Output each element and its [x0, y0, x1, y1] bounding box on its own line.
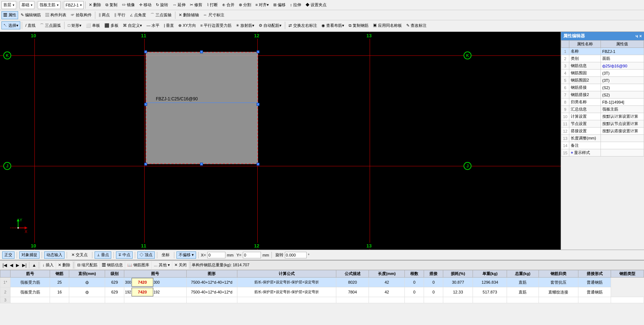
- vertical-btn[interactable]: | 垂直: [162, 21, 176, 29]
- rotate-btn[interactable]: ↻ 旋转: [154, 1, 170, 9]
- property-row[interactable]: 14备注: [561, 142, 644, 149]
- rebar-class-cell[interactable]: 直筋: [507, 287, 539, 297]
- delete-btn[interactable]: ✕ 删除: [87, 1, 103, 9]
- extend-btn[interactable]: ↔ 延伸: [171, 1, 187, 9]
- rot-input[interactable]: [285, 252, 307, 258]
- property-row[interactable]: 13长度调整(mm): [561, 135, 644, 142]
- nav-first[interactable]: |◀: [1, 263, 8, 268]
- lap-type-cell[interactable]: 套管抗压: [539, 278, 578, 287]
- align-btn[interactable]: ≡ 对齐▾: [254, 1, 271, 9]
- prop-row-value[interactable]: 按默认搭接设置计算: [601, 128, 644, 135]
- custom-btn[interactable]: ⌘ 自定义▾: [121, 21, 144, 29]
- object-snap-btn[interactable]: 对象捕捉: [19, 251, 40, 259]
- pick-component-btn[interactable]: ☞ 拾取构件: [69, 11, 94, 19]
- edit-rebar-btn[interactable]: ✎ 编辑钢筋: [19, 11, 43, 19]
- prop-row-value[interactable]: [601, 149, 644, 157]
- grade-cell[interactable]: ф: [69, 287, 105, 297]
- radial-btn[interactable]: ✳ 放射筋▾: [234, 21, 256, 29]
- table-row[interactable]: 1*筏板受力筋25ф62930074203007500-40+12*d-40+1…: [0, 278, 644, 287]
- table-row[interactable]: 3: [0, 297, 644, 303]
- apply-same-btn[interactable]: ▣ 应用同名称板: [371, 21, 404, 29]
- parallel-btn[interactable]: ∥ 平行: [112, 11, 127, 19]
- length-cell[interactable]: 8020: [336, 278, 369, 287]
- prop-row-value[interactable]: (S2): [601, 84, 644, 91]
- fig-num-cell[interactable]: 629: [105, 278, 124, 287]
- select-btn[interactable]: ↖ 选择▾: [1, 21, 20, 29]
- handle-mr[interactable]: [257, 103, 259, 106]
- nav-next[interactable]: ▶: [15, 263, 20, 268]
- intersection-btn[interactable]: ✕ 交叉点: [69, 251, 90, 259]
- unit-weight-cell[interactable]: 12.33: [443, 287, 473, 297]
- trim-btn[interactable]: ✂ 修剪: [188, 1, 204, 9]
- property-row[interactable]: 3钢筋信息ф25/ф16@90: [561, 62, 644, 70]
- rebar-type-cell[interactable]: 筏板受力筋: [11, 287, 50, 297]
- move-btn[interactable]: ✛ 移动: [137, 1, 153, 9]
- setgrip-btn[interactable]: ◆ 设置夹点: [304, 1, 328, 9]
- vertex-btn[interactable]: ◇ 顶点: [137, 251, 155, 259]
- diameter-cell[interactable]: 25: [50, 278, 69, 287]
- dynamic-input-btn[interactable]: 动态输入: [44, 251, 65, 259]
- prop-row-value[interactable]: 面筋: [601, 55, 644, 62]
- property-row[interactable]: 11节点设置按默认节点设置计算: [561, 120, 644, 128]
- loss-cell[interactable]: 0: [424, 287, 443, 297]
- swap-annotation-btn[interactable]: ⇄ 交换左右标注: [287, 21, 319, 29]
- multiboard-btn[interactable]: ⬛ 多板: [103, 21, 120, 29]
- rebar-type-dropdown[interactable]: 筏板主筋: [38, 1, 61, 9]
- panel-dock-controls[interactable]: ч ×: [636, 34, 642, 39]
- x-input[interactable]: [207, 252, 225, 258]
- property-btn[interactable]: ☰ 属性: [1, 11, 18, 19]
- count-cell[interactable]: 42: [369, 278, 405, 287]
- floor-dropdown[interactable]: 基础: [20, 1, 34, 9]
- formula-cell[interactable]: 7500-40+12*d-40+12*d: [186, 278, 237, 287]
- rebar-type-name-cell[interactable]: 普通钢筋: [578, 278, 611, 287]
- other-btn[interactable]: … 其他 ▾: [152, 261, 172, 269]
- parallel-edge-btn[interactable]: ≡ 平行边置受力筋: [199, 21, 233, 29]
- handle-bl[interactable]: [144, 163, 147, 166]
- fig-shape-cell[interactable]: 3007420300: [124, 278, 186, 287]
- orthogonal-btn[interactable]: 正交: [2, 251, 14, 259]
- midpoint-btn[interactable]: ∓ 中点: [116, 251, 133, 259]
- xy-btn[interactable]: ⊕ XY方向: [176, 21, 198, 29]
- close-panel-btn[interactable]: ✕ 关闭: [173, 261, 188, 269]
- bottom-table-wrap[interactable]: 筋号 钢筋 直径(mm) 级别 图号 图形 计算公式 公式描述 长度(mm) 根…: [0, 270, 644, 325]
- rebar-type-name-cell[interactable]: 普通钢筋: [578, 287, 611, 297]
- unit-weight-cell[interactable]: 30.877: [443, 278, 473, 287]
- view-rebar-btn[interactable]: ◉ 查看布筋▾: [320, 21, 346, 29]
- lap-type-cell[interactable]: 直螺纹连接: [539, 287, 578, 297]
- coord-btn[interactable]: 坐标: [159, 251, 172, 259]
- count-cell[interactable]: 42: [369, 287, 405, 297]
- rebar-type-cell[interactable]: 筏板受力筋: [11, 278, 50, 287]
- property-row[interactable]: 6钢筋搭接(S2): [561, 84, 644, 91]
- formula-desc-cell[interactable]: 筋长-保护层+设定弯折-保护层+设定弯折: [237, 278, 336, 287]
- property-row[interactable]: 5钢筋围固2(3T): [561, 77, 644, 84]
- canvas-area[interactable]: 10 11 12 13 10 11 12 13 K K J J FBZJ-1:C…: [0, 32, 561, 250]
- point-angle-btn[interactable]: ∠ 点角度: [128, 11, 148, 19]
- lap-cell[interactable]: 0: [405, 287, 424, 297]
- nav-up[interactable]: ▲: [31, 263, 37, 268]
- handle-tm[interactable]: [200, 50, 203, 53]
- property-row[interactable]: 7钢筋搭接2(S2): [561, 91, 644, 99]
- dim-annotation-btn[interactable]: ↔ 尺寸标注: [201, 11, 226, 19]
- merge-btn[interactable]: ⊕ 合并: [220, 1, 236, 9]
- property-row[interactable]: 2类别面筋: [561, 55, 644, 62]
- insert-row-btn[interactable]: ↓ 插入: [41, 261, 55, 269]
- loss-cell[interactable]: 0: [424, 278, 443, 287]
- handle-tl[interactable]: [144, 50, 147, 53]
- property-row[interactable]: 9汇总信息筏板主筋: [561, 106, 644, 113]
- delete-aux-btn[interactable]: ✕ 删除辅轴: [177, 11, 201, 19]
- prop-row-value[interactable]: [601, 142, 644, 149]
- property-row[interactable]: 1名称FBZJ-1: [561, 48, 644, 55]
- nav-last[interactable]: ▶|: [21, 263, 28, 268]
- property-row[interactable]: 10计算设置按默认计算设置计算: [561, 113, 644, 120]
- component-dropdown[interactable]: FBZJ-1: [64, 1, 84, 9]
- formula-desc-cell[interactable]: 筋长-保护层+设定弯折-保护层+设定弯折: [237, 287, 336, 297]
- lap-cell[interactable]: 0: [405, 278, 424, 287]
- property-row[interactable]: 4钢筋围固(3T): [561, 70, 644, 77]
- prop-row-value[interactable]: (3T): [601, 70, 644, 77]
- nav-prev[interactable]: ◀: [9, 263, 14, 268]
- table-row[interactable]: 2筏板受力筋16ф62919274201927500-40+12*d-40+12…: [0, 287, 644, 297]
- total-weight-cell[interactable]: 1296.834: [473, 278, 507, 287]
- prop-row-value[interactable]: FBZJ-1: [601, 48, 644, 55]
- perpendicular-btn[interactable]: ⊥ 垂点: [95, 251, 111, 259]
- rect-btn[interactable]: □ 矩形▾: [66, 21, 83, 29]
